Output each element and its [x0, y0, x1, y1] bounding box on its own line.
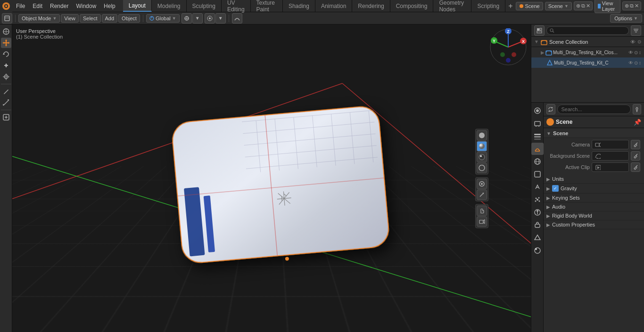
viewport-shading-material[interactable] [477, 141, 487, 151]
scene-collection-visibility-icon[interactable]: 👁 [630, 39, 636, 45]
proportional-edit-btn[interactable] [205, 13, 215, 24]
item2-visibility-icon[interactable]: 👁 [628, 60, 633, 65]
measure-btn[interactable] [1, 97, 11, 108]
tab-scripting[interactable]: Scripting [471, 0, 505, 12]
scale-tool-btn[interactable] [1, 60, 11, 71]
view-layer-btn[interactable]: View Layer [594, 0, 620, 13]
curve-btn[interactable] [232, 13, 242, 24]
props-pin-btn[interactable] [633, 104, 642, 114]
tab-geometry-nodes[interactable]: Geometry Nodes [433, 0, 471, 12]
menu-edit[interactable]: Edit [29, 0, 46, 12]
add-workspace-btn[interactable]: + [505, 0, 515, 12]
item2-render-icon[interactable]: ⊙ [634, 60, 638, 65]
tab-modeling[interactable]: Modeling [152, 0, 187, 12]
props-sync-btn[interactable] [546, 104, 555, 114]
scene-delete-icon[interactable]: ✕ [586, 3, 590, 9]
prop-tab-world[interactable] [531, 155, 544, 168]
gravity-checkbox[interactable]: ✓ [552, 185, 559, 192]
move-tool-btn[interactable] [1, 38, 11, 48]
menu-render[interactable]: Render [46, 0, 72, 12]
prop-tab-modifier[interactable] [531, 181, 544, 193]
axis-widget[interactable]: X Y Z [489, 28, 527, 66]
select-menu-btn[interactable]: Select [80, 14, 101, 23]
outliner-row-item1[interactable]: ▶ Multi_Drug_Testing_Kit_Clos... 👁 ⊙ ↕ [531, 47, 644, 57]
camera-view-btn[interactable] [477, 216, 487, 227]
prop-tab-output[interactable] [531, 117, 544, 130]
outliner-scene-collection-row[interactable]: ▼ Scene Collection 👁 ⊙ [531, 37, 644, 47]
viewport-options-btn[interactable]: Options ▼ [610, 14, 642, 23]
tab-uv-editing[interactable]: UV Editing [222, 0, 251, 12]
item1-visibility-icon[interactable]: 👁 [628, 50, 633, 55]
tab-sculpting[interactable]: Sculpting [187, 0, 222, 12]
prop-tab-object[interactable] [531, 168, 544, 180]
rotate-tool-btn[interactable] [1, 49, 11, 59]
tab-compositing[interactable]: Compositing [390, 0, 434, 12]
camera-input[interactable] [592, 140, 629, 149]
active-clip-eyedropper-btn[interactable] [631, 162, 640, 172]
view-layer-copy-icon[interactable]: ⧉ [630, 3, 634, 9]
scene-copy-icon[interactable]: ⧉ [581, 3, 585, 9]
scene-new-icon[interactable]: ⊕ [576, 3, 580, 9]
view-menu-btn[interactable]: View [61, 14, 79, 23]
viewport-canvas[interactable]: User Perspective (1) Scene Collection X … [12, 24, 531, 332]
tab-rendering[interactable]: Rendering [352, 0, 390, 12]
prop-tab-particles[interactable] [531, 194, 544, 206]
bg-scene-input[interactable] [592, 151, 629, 161]
keying-sets-section[interactable]: ▶ Keying Sets [544, 194, 644, 202]
menu-help[interactable]: Help [100, 0, 119, 12]
cursor-tool-btn[interactable] [1, 26, 11, 37]
view-layer-delete-icon[interactable]: ✕ [635, 3, 639, 9]
scene-section-title[interactable]: ▼ Scene [544, 129, 644, 138]
tab-shading[interactable]: Shading [283, 0, 315, 12]
object-menu-btn[interactable]: Object [118, 14, 140, 23]
menu-window[interactable]: Window [72, 0, 100, 12]
viewport-shading-rendered[interactable] [477, 152, 487, 162]
tab-animation[interactable]: Animation [315, 0, 352, 12]
active-workspace-btn[interactable]: Scene [516, 2, 543, 10]
outliner-row-item2[interactable]: Multi_Drug_Testing_Kit_C 👁 ⊙ ↕ [531, 57, 644, 68]
object-mode-btn[interactable]: Object Mode ▼ [18, 14, 60, 23]
prop-tab-constraints[interactable] [531, 219, 544, 231]
proportional-settings-btn[interactable]: ▼ [215, 13, 226, 24]
add-menu-btn[interactable]: Add [102, 14, 118, 23]
add-btn[interactable] [1, 112, 11, 122]
outliner-filter-btn[interactable] [631, 25, 641, 36]
viewport-gizmo-btn[interactable] [477, 189, 487, 200]
tab-texture-paint[interactable]: Texture Paint [251, 0, 283, 12]
viewport-shading-solid[interactable] [477, 130, 487, 140]
item1-render-icon[interactable]: ⊙ [634, 50, 638, 55]
viewport-shading-wireframe[interactable] [477, 162, 487, 173]
rigid-body-world-section[interactable]: ▶ Rigid Body World [544, 211, 644, 220]
units-section[interactable]: ▶ Units [544, 175, 644, 184]
camera-eyedropper-btn[interactable] [631, 140, 640, 149]
editor-type-btn[interactable] [2, 13, 12, 24]
transform-tool-btn[interactable] [1, 72, 11, 82]
annotate-btn[interactable] [1, 86, 11, 97]
audio-section[interactable]: ▶ Audio [544, 202, 644, 211]
prop-tab-material[interactable] [531, 244, 544, 257]
menu-file[interactable]: File [12, 0, 29, 12]
prop-tab-scene[interactable] [531, 143, 544, 155]
scene-selector-btn[interactable]: Scene ▼ [545, 2, 572, 10]
transform-orientation-btn[interactable]: Global ▼ [146, 14, 180, 23]
props-search-input[interactable] [557, 105, 631, 114]
hand-tool-btn[interactable] [477, 205, 487, 216]
view-layer-new-icon[interactable]: ⊕ [625, 3, 629, 9]
bg-scene-eyedropper-btn[interactable] [631, 151, 640, 161]
active-clip-input[interactable] [592, 162, 629, 172]
scene-unlink-btn[interactable]: 📌 [634, 119, 641, 126]
prop-tab-physics[interactable] [531, 206, 544, 219]
prop-tab-view-layer[interactable] [531, 130, 544, 142]
snap-btn[interactable] [182, 13, 192, 24]
item1-select-icon[interactable]: ↕ [639, 50, 641, 55]
custom-properties-section[interactable]: ▶ Custom Properties [544, 220, 644, 229]
snap-settings-btn[interactable]: ▼ [192, 13, 203, 24]
prop-tab-render[interactable] [531, 105, 544, 117]
viewport-overlay-btn[interactable] [477, 178, 487, 189]
scene-collection-render-icon[interactable]: ⊙ [637, 39, 641, 44]
prop-tab-data[interactable] [531, 232, 544, 244]
outliner-search[interactable] [546, 26, 629, 35]
outliner-type-btn[interactable] [534, 25, 545, 36]
item2-select-icon[interactable]: ↕ [639, 60, 641, 65]
tab-layout[interactable]: Layout [123, 0, 152, 12]
